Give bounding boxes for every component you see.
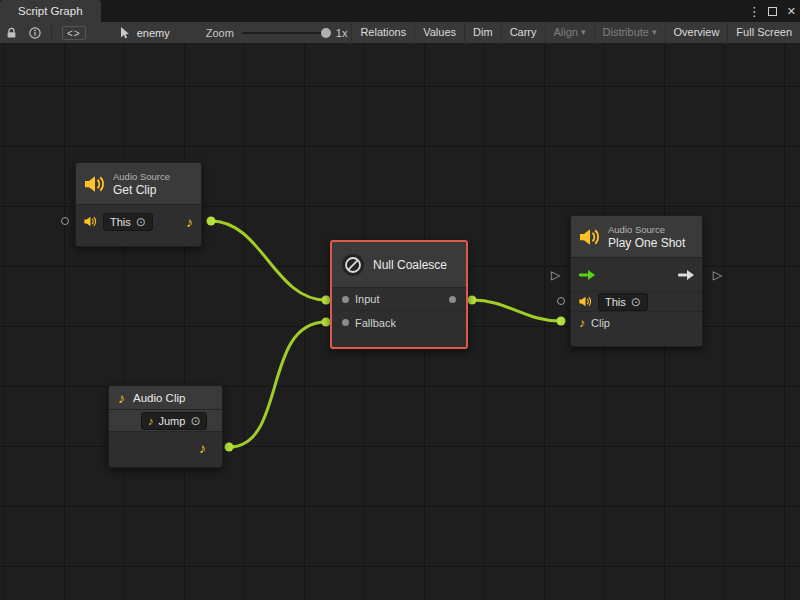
wire-getclip-to-input — [211, 221, 326, 300]
node-title: Null Coalesce — [373, 258, 447, 272]
flow-in-port[interactable] — [579, 269, 595, 281]
distribute-label: Distribute — [603, 22, 649, 43]
zoom-slider-knob[interactable] — [321, 28, 331, 38]
node-category: Audio Source — [608, 224, 685, 236]
fullscreen-button[interactable]: Full Screen — [727, 22, 800, 44]
node-title: Audio Clip — [133, 392, 185, 404]
target-icon: ⊙ — [190, 415, 200, 427]
pointer-icon — [120, 27, 132, 39]
flow-out-port[interactable] — [678, 269, 694, 281]
node-header: Null Coalesce — [332, 242, 466, 288]
clip-value-row: ♪ Jump ⊙ — [109, 410, 222, 432]
clip-note-icon: ♪ — [579, 316, 585, 330]
distribute-button[interactable]: Distribute ▾ — [594, 22, 665, 44]
flow-in-triangle-icon: ▷ — [551, 269, 560, 281]
this-dropdown[interactable]: This ⊙ — [103, 213, 153, 231]
node-title: Get Clip — [113, 183, 170, 197]
clip-label: Clip — [591, 317, 610, 329]
node-audio-source-play-one-shot[interactable]: Audio Source Play One Shot ▷ ▷ This ⊙ ♪ … — [570, 215, 703, 347]
node-title: Play One Shot — [608, 236, 685, 250]
note-icon: ♪ — [148, 414, 154, 428]
align-button[interactable]: Align ▾ — [545, 22, 594, 44]
fallback-port[interactable] — [342, 319, 349, 326]
fallback-port-row: Fallback — [332, 311, 466, 334]
overview-button[interactable]: Overview — [665, 22, 728, 44]
node-port-row: This ⊙ ♪ — [76, 205, 201, 238]
graph-breadcrumb[interactable]: enemy — [120, 27, 170, 39]
info-icon[interactable] — [23, 22, 47, 44]
graph-toolbar: <> enemy Zoom 1x Relations Values Dim Ca… — [0, 22, 800, 44]
this-value: This — [110, 215, 131, 229]
dim-button[interactable]: Dim — [464, 22, 501, 44]
tab-title: Script Graph — [18, 5, 83, 17]
tab-script-graph[interactable]: Script Graph — [0, 0, 101, 22]
node-audio-clip[interactable]: ♪ Audio Clip ♪ Jump ⊙ ♪ — [108, 385, 223, 468]
lock-icon[interactable] — [0, 22, 23, 44]
values-button[interactable]: Values — [414, 22, 464, 44]
clip-output-port[interactable]: ♪ — [199, 441, 206, 455]
tab-bar: Script Graph ⋮ ✕ — [0, 0, 800, 22]
fallback-label: Fallback — [355, 317, 396, 329]
audio-source-icon — [85, 175, 105, 193]
flow-port-row: ▷ ▷ — [571, 258, 702, 292]
graph-canvas[interactable]: Audio Source Get Clip This ⊙ ♪ Null Coal… — [0, 44, 800, 600]
overview-label: Overview — [674, 22, 720, 43]
code-preview-icon[interactable]: <> — [62, 26, 86, 40]
audio-source-icon — [580, 228, 600, 246]
relations-button[interactable]: Relations — [351, 22, 414, 44]
zoom-label: Zoom — [206, 27, 234, 39]
close-icon[interactable]: ✕ — [787, 5, 796, 18]
null-coalesce-icon — [341, 253, 365, 277]
node-null-coalesce[interactable]: Null Coalesce Input Fallback — [330, 240, 468, 349]
target-icon: ⊙ — [136, 216, 146, 228]
toolbar-buttons: Relations Values Dim Carry Align ▾ Distr… — [351, 22, 800, 44]
dim-label: Dim — [473, 22, 493, 43]
this-dropdown[interactable]: This ⊙ — [598, 293, 648, 311]
output-port[interactable] — [449, 296, 456, 303]
zoom-control: Zoom 1x — [206, 27, 348, 39]
this-value: This — [605, 295, 626, 309]
node-audio-source-get-clip[interactable]: Audio Source Get Clip This ⊙ ♪ — [75, 162, 202, 247]
input-port[interactable] — [342, 296, 349, 303]
input-label: Input — [355, 293, 379, 305]
wire-audioclip-to-fallback — [229, 322, 326, 447]
chevron-down-icon: ▾ — [652, 22, 657, 43]
input-port-this[interactable] — [61, 217, 69, 225]
speaker-icon — [579, 296, 592, 307]
clip-port-row: ♪ Clip — [571, 312, 702, 334]
node-category: Audio Source — [113, 171, 170, 183]
input-port-row: Input — [332, 288, 466, 311]
chevron-down-icon: ▾ — [581, 22, 586, 43]
fullscreen-label: Full Screen — [736, 22, 792, 43]
flow-out-triangle-icon: ▷ — [713, 269, 722, 281]
graph-name: enemy — [137, 27, 170, 39]
target-icon: ⊙ — [631, 296, 641, 308]
node-header: ♪ Audio Clip — [109, 386, 222, 410]
this-port-row: This ⊙ — [571, 292, 702, 312]
clip-dropdown[interactable]: ♪ Jump ⊙ — [141, 412, 207, 430]
carry-button[interactable]: Carry — [501, 22, 545, 44]
toolbar-separator — [51, 26, 52, 40]
kebab-menu-icon[interactable]: ⋮ — [748, 4, 758, 19]
values-label: Values — [423, 22, 456, 43]
zoom-slider[interactable] — [242, 32, 328, 34]
speaker-icon — [84, 216, 97, 227]
maximize-icon[interactable] — [768, 7, 777, 16]
window-controls: ⋮ ✕ — [748, 0, 796, 22]
align-label: Align — [554, 22, 578, 43]
clip-value: Jump — [159, 414, 186, 428]
zoom-value: 1x — [336, 27, 348, 39]
wire-output-to-clip — [472, 300, 561, 321]
node-header: Audio Source Play One Shot — [571, 216, 702, 258]
input-port-this[interactable] — [557, 297, 565, 305]
clip-output-port[interactable]: ♪ — [186, 215, 193, 229]
relations-label: Relations — [360, 22, 406, 43]
carry-label: Carry — [510, 22, 537, 43]
audio-clip-icon: ♪ — [118, 391, 125, 405]
node-header: Audio Source Get Clip — [76, 163, 201, 205]
output-port-row: ♪ — [109, 432, 222, 463]
